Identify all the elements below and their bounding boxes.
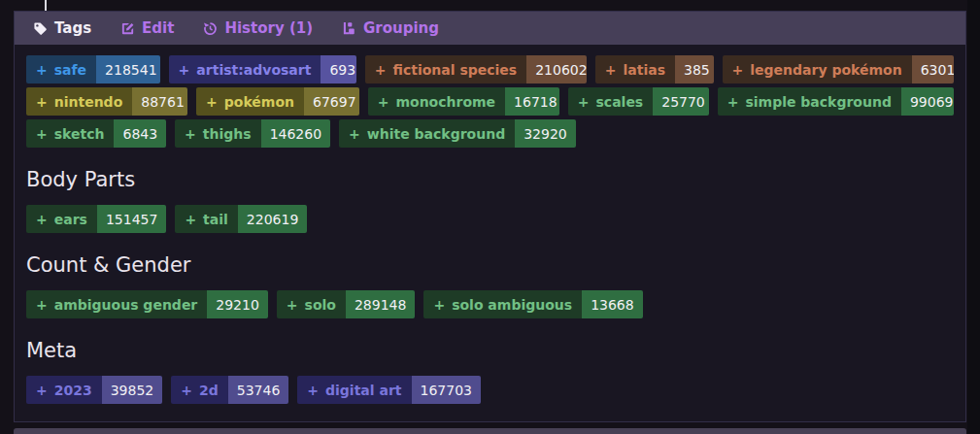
tag-solo-ambiguous: +solo ambiguous13668 (423, 290, 642, 318)
tag-link[interactable]: +digital art (297, 376, 411, 404)
tab-edit[interactable]: Edit (120, 19, 174, 37)
tab-tags[interactable]: Tags (33, 19, 91, 37)
tag-count: 16718 (505, 87, 559, 116)
tag-legendary-pok-mon: +legendary pokémon6301 (723, 55, 954, 83)
tag-count: 385 (675, 55, 713, 83)
add-tag-plus[interactable]: + (727, 94, 739, 110)
tag-link[interactable]: +thighs (175, 119, 261, 148)
add-tag-plus[interactable]: + (206, 94, 218, 110)
add-tag-plus[interactable]: + (36, 94, 48, 110)
tag-count: 210602 (526, 55, 587, 83)
tag-link[interactable]: +fictional species (365, 55, 526, 83)
tag-link[interactable]: +sketch (26, 119, 114, 148)
tag-label: artist:advosart (196, 62, 311, 78)
tag-link[interactable]: +artist:advosart (169, 55, 321, 83)
right-margin (967, 0, 980, 434)
tag-link[interactable]: +solo ambiguous (423, 290, 582, 318)
tag-solo: +solo289148 (277, 290, 416, 318)
tag-link[interactable]: +2023 (26, 376, 102, 404)
add-tag-plus[interactable]: + (287, 297, 298, 313)
tag-row: +nintendo88761+pokémon67697+monochrome16… (26, 87, 954, 116)
tab-history-1[interactable]: History (1) (203, 19, 313, 37)
tag-tail: +tail220619 (175, 205, 307, 233)
add-tag-plus[interactable]: + (185, 212, 196, 227)
tag-label: digital art (325, 383, 402, 398)
add-tag-plus[interactable]: + (36, 126, 48, 142)
tag-link[interactable]: +2d (171, 376, 228, 404)
section-heading: Count & Gender (26, 253, 954, 277)
add-tag-plus[interactable]: + (378, 94, 389, 110)
add-tag-plus[interactable]: + (307, 383, 319, 398)
tag-label: scales (596, 94, 644, 110)
tag-link[interactable]: +white background (339, 119, 515, 148)
tag-count: 6843 (114, 119, 166, 148)
tag-link[interactable]: +legendary pokémon (723, 55, 912, 83)
tag-section-count-gender: Count & Gender+ambiguous gender29210+sol… (26, 253, 954, 318)
add-tag-plus[interactable]: + (181, 383, 192, 398)
tab-grouping[interactable]: Grouping (342, 19, 439, 37)
tag-link[interactable]: +latias (595, 55, 675, 83)
add-tag-plus[interactable]: + (179, 62, 190, 78)
tag-count: 29210 (207, 290, 268, 318)
tag-count: 13668 (582, 290, 643, 318)
tag-section-meta: Meta+202339852+2d53746+digital art167703 (26, 339, 954, 404)
tag-link[interactable]: +nintendo (26, 87, 132, 116)
add-tag-plus[interactable]: + (36, 383, 48, 398)
tag-link[interactable]: +monochrome (368, 87, 505, 116)
tag-count: 693 (321, 55, 355, 83)
tag-link[interactable]: +simple background (718, 87, 901, 116)
tag-count: 25770 (653, 87, 708, 116)
tag-count: 88761 (132, 87, 187, 116)
tag-label: thighs (203, 126, 252, 142)
add-tag-plus[interactable]: + (732, 62, 744, 78)
tag-link[interactable]: +ears (26, 205, 97, 233)
tag-ears: +ears151457 (26, 205, 166, 233)
tab-label: Edit (142, 19, 174, 37)
tag-row: +ears151457+tail220619 (26, 205, 954, 233)
add-tag-plus[interactable]: + (36, 62, 48, 78)
tag-count: 32920 (515, 119, 576, 148)
add-tag-plus[interactable]: + (375, 62, 387, 78)
tag-label: tail (203, 212, 228, 227)
tag-count: 218541 (96, 55, 160, 83)
tag-link[interactable]: +ambiguous gender (26, 290, 207, 318)
tag-label: solo (305, 297, 336, 313)
tag-simple-background: +simple background99069 (718, 87, 954, 116)
add-tag-plus[interactable]: + (605, 62, 617, 78)
tag-fictional-species: +fictional species210602 (365, 55, 587, 83)
grouping-icon (342, 21, 356, 36)
section-heading: Body Parts (26, 168, 954, 191)
tag-label: pokémon (224, 94, 294, 110)
tag-row: +sketch6843+thighs146260+white backgroun… (26, 119, 954, 148)
tabbar: TagsEditHistory (1)Grouping (15, 12, 965, 45)
tag-nintendo: +nintendo88761 (26, 87, 187, 116)
tag-sketch: +sketch6843 (26, 119, 166, 148)
next-section-header[interactable] (14, 428, 966, 434)
tag-count: 99069 (901, 87, 954, 116)
tag-link[interactable]: +pokémon (196, 87, 304, 116)
tag-link[interactable]: +safe (26, 55, 96, 83)
tags-panel: TagsEditHistory (1)Grouping +safe218541+… (14, 11, 966, 422)
tag-count: 67697 (304, 87, 359, 116)
tag-label: 2d (199, 383, 219, 398)
tab-label: Tags (54, 19, 91, 37)
add-tag-plus[interactable]: + (185, 126, 196, 142)
tag-row: +202339852+2d53746+digital art167703 (26, 376, 954, 404)
tag-label: simple background (745, 94, 892, 110)
tag-link[interactable]: +tail (175, 205, 237, 233)
add-tag-plus[interactable]: + (36, 297, 48, 313)
tag-link[interactable]: +solo (277, 290, 346, 318)
tag-count: 289148 (346, 290, 415, 318)
add-tag-plus[interactable]: + (433, 297, 445, 313)
tag-label: 2023 (54, 383, 92, 398)
tag-label: ears (54, 212, 87, 227)
tab-label: History (1) (224, 19, 313, 37)
tag-link[interactable]: +scales (568, 87, 653, 116)
add-tag-plus[interactable]: + (578, 94, 590, 110)
tag-count: 151457 (97, 205, 166, 233)
tag-row: +ambiguous gender29210+solo289148+solo a… (26, 290, 954, 318)
tag-digital-art: +digital art167703 (297, 376, 481, 404)
add-tag-plus[interactable]: + (36, 212, 48, 227)
tag-count: 167703 (412, 376, 481, 404)
add-tag-plus[interactable]: + (349, 126, 360, 142)
